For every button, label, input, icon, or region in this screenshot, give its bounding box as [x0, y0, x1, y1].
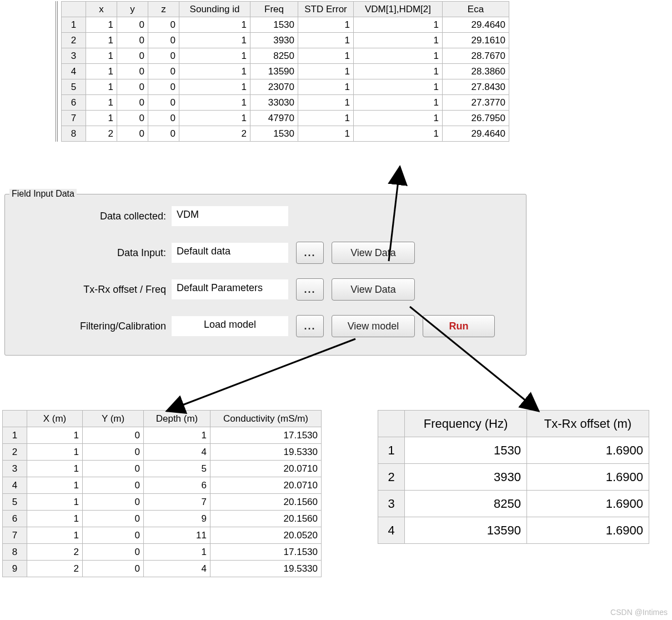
top-table-cell[interactable]: 1530 [250, 126, 298, 142]
top-table-cell[interactable]: 2 [179, 126, 250, 142]
top-table-header[interactable]: y [117, 2, 148, 17]
top-table-cell[interactable]: 13590 [250, 64, 298, 79]
model-table-cell[interactable]: 1 [27, 494, 83, 511]
top-table-rownum[interactable]: 1 [62, 17, 86, 33]
top-table-cell[interactable]: 1 [298, 126, 354, 142]
top-table-rownum[interactable]: 4 [62, 64, 86, 79]
top-table-row[interactable]: 2100139301129.1610 [62, 33, 509, 48]
freq-table-row[interactable]: 115301.6900 [378, 437, 649, 464]
top-table-cell[interactable]: 0 [148, 111, 179, 126]
top-table-cell[interactable]: 1 [179, 48, 250, 64]
top-table-row[interactable]: 41001135901128.3860 [62, 64, 509, 79]
top-table-cell[interactable]: 1 [86, 64, 117, 79]
top-table-header[interactable]: STD Error [298, 2, 354, 17]
model-table-cell[interactable]: 1 [27, 427, 83, 444]
top-table-header[interactable]: VDM[1],HDM[2] [354, 2, 443, 17]
model-table-rownum[interactable]: 8 [3, 544, 27, 561]
top-table-cell[interactable]: 1 [354, 17, 443, 33]
top-table-row[interactable]: 1100115301129.4640 [62, 17, 509, 33]
top-table-cell[interactable]: 0 [117, 111, 148, 126]
browse-txrx-button[interactable]: ... [296, 278, 324, 301]
model-table-cell[interactable]: 0 [83, 527, 144, 544]
top-table-cell[interactable]: 26.7950 [443, 111, 509, 126]
top-table-cell[interactable]: 1 [298, 95, 354, 111]
model-table-cell[interactable]: 17.1530 [210, 544, 322, 561]
top-table-row[interactable]: 71001479701126.7950 [62, 111, 509, 126]
top-table-cell[interactable]: 1 [354, 111, 443, 126]
top-table-cell[interactable]: 1 [179, 64, 250, 79]
top-table-cell[interactable]: 2 [86, 126, 117, 142]
top-table-row[interactable]: 8200215301129.4640 [62, 126, 509, 142]
top-table-row[interactable]: 51001230701127.8430 [62, 79, 509, 95]
model-table-cell[interactable]: 0 [83, 444, 144, 461]
model-table-cell[interactable]: 1 [27, 527, 83, 544]
model-table-cell[interactable]: 1 [144, 544, 210, 561]
top-table-cell[interactable]: 1530 [250, 17, 298, 33]
top-table-row[interactable]: 3100182501128.7670 [62, 48, 509, 64]
model-table-rownum[interactable]: 5 [3, 494, 27, 511]
top-table-cell[interactable]: 1 [298, 79, 354, 95]
model-table-header[interactable]: Y (m) [83, 411, 144, 427]
view-model-button[interactable]: View model [332, 315, 415, 337]
top-table-cell[interactable]: 1 [354, 79, 443, 95]
model-table-cell[interactable]: 0 [83, 511, 144, 527]
model-table-cell[interactable]: 1 [27, 511, 83, 527]
model-table-cell[interactable]: 6 [144, 477, 210, 494]
freq-table-cell[interactable]: 1.6900 [527, 491, 649, 517]
model-table-cell[interactable]: 20.0520 [210, 527, 322, 544]
model-table-row[interactable]: 210419.5330 [3, 444, 322, 461]
model-table-cell[interactable]: 2 [27, 561, 83, 577]
view-txrx-button[interactable]: View Data [332, 278, 415, 301]
top-table-cell[interactable]: 1 [179, 17, 250, 33]
top-table-header[interactable]: Sounding id [179, 2, 250, 17]
model-table-cell[interactable]: 0 [83, 477, 144, 494]
model-table-rownum[interactable]: 3 [3, 461, 27, 477]
freq-table-cell[interactable]: 3930 [405, 464, 527, 491]
top-table-cell[interactable]: 1 [179, 111, 250, 126]
top-table-cell[interactable]: 47970 [250, 111, 298, 126]
top-table-cell[interactable]: 1 [354, 33, 443, 48]
top-table-cell[interactable]: 1 [86, 17, 117, 33]
top-table-cell[interactable]: 0 [117, 126, 148, 142]
top-table-cell[interactable]: 1 [298, 64, 354, 79]
top-table-cell[interactable]: 27.3770 [443, 95, 509, 111]
model-table-cell[interactable]: 0 [83, 427, 144, 444]
model-table-cell[interactable]: 5 [144, 461, 210, 477]
freq-table-row[interactable]: 382501.6900 [378, 491, 649, 517]
value-data-input[interactable]: Default data [172, 243, 288, 263]
freq-table-cell[interactable]: 1530 [405, 437, 527, 464]
model-table-row[interactable]: 610920.1560 [3, 511, 322, 527]
model-table-rownum[interactable]: 9 [3, 561, 27, 577]
top-table-cell[interactable]: 0 [148, 79, 179, 95]
top-table-cell[interactable]: 1 [86, 79, 117, 95]
model-table-row[interactable]: 510720.1560 [3, 494, 322, 511]
top-table-cell[interactable]: 1 [298, 17, 354, 33]
freq-table-rownum[interactable]: 3 [378, 491, 405, 517]
top-table-cell[interactable]: 1 [298, 111, 354, 126]
top-table-cell[interactable]: 0 [117, 95, 148, 111]
top-table-cell[interactable]: 29.4640 [443, 126, 509, 142]
top-table-cell[interactable]: 1 [179, 79, 250, 95]
model-table[interactable]: X (m)Y (m)Depth (m)Conductivity (mS/m)11… [2, 410, 322, 577]
top-table-cell[interactable]: 1 [354, 48, 443, 64]
freq-table-header[interactable]: Tx-Rx offset (m) [527, 411, 649, 437]
model-table-cell[interactable]: 19.5330 [210, 444, 322, 461]
model-table-rownum[interactable]: 1 [3, 427, 27, 444]
top-table-cell[interactable]: 1 [86, 48, 117, 64]
model-table-row[interactable]: 820117.1530 [3, 544, 322, 561]
freq-table-cell[interactable]: 1.6900 [527, 464, 649, 491]
model-table-cell[interactable]: 20.1560 [210, 511, 322, 527]
model-table-row[interactable]: 410620.0710 [3, 477, 322, 494]
top-table-cell[interactable]: 29.1610 [443, 33, 509, 48]
top-table-cell[interactable]: 1 [298, 48, 354, 64]
model-table-cell[interactable]: 0 [83, 561, 144, 577]
top-table-cell[interactable]: 29.4640 [443, 17, 509, 33]
browse-data-input-button[interactable]: ... [296, 242, 324, 264]
top-table-cell[interactable]: 0 [117, 64, 148, 79]
freq-table-cell[interactable]: 13590 [405, 517, 527, 544]
top-table-cell[interactable]: 0 [148, 126, 179, 142]
top-table-rownum[interactable]: 8 [62, 126, 86, 142]
top-table-cell[interactable]: 0 [117, 17, 148, 33]
model-table-cell[interactable]: 7 [144, 494, 210, 511]
top-table-cell[interactable]: 3930 [250, 33, 298, 48]
